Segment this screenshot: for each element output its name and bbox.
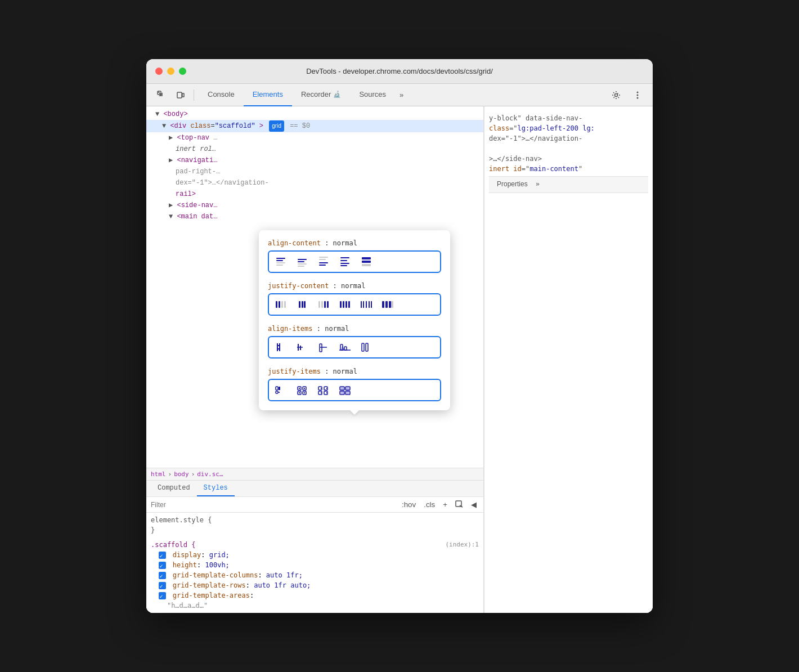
right-tab-properties[interactable]: Properties — [491, 177, 533, 192]
svg-rect-33 — [304, 301, 306, 308]
add-style-button[interactable]: + — [441, 500, 450, 509]
svg-rect-80 — [324, 387, 327, 390]
svg-rect-65 — [366, 343, 368, 351]
svg-rect-66 — [276, 387, 278, 390]
svg-rect-71 — [299, 388, 300, 389]
tab-recorder[interactable]: Recorder 🔬 — [292, 84, 350, 106]
toolbar-right — [608, 87, 646, 103]
svg-rect-85 — [326, 392, 327, 393]
justify-content-end-button[interactable] — [313, 296, 334, 313]
minimize-button[interactable] — [167, 68, 174, 75]
grid-badge[interactable]: grid — [269, 120, 284, 132]
tab-elements[interactable]: Elements — [244, 84, 292, 106]
tab-styles[interactable]: Styles — [197, 481, 235, 496]
breadcrumb-html[interactable]: html — [151, 471, 166, 478]
display-checkbox[interactable] — [159, 552, 166, 559]
dom-line-scaffold[interactable]: ▼ <div class="scaffold" > grid == $0 — [146, 120, 483, 132]
align-items-stretch-button[interactable] — [356, 339, 376, 356]
align-content-end-button[interactable] — [313, 253, 334, 270]
justify-content-space-between-button[interactable] — [335, 296, 355, 313]
align-items-end-button[interactable] — [313, 339, 334, 356]
justify-content-start-button[interactable] — [271, 296, 291, 313]
settings-button[interactable] — [608, 87, 625, 103]
align-content-stretch-button[interactable] — [356, 253, 376, 270]
justify-items-section: justify-items : normal — [268, 368, 441, 401]
svg-rect-77 — [304, 392, 305, 393]
svg-rect-11 — [298, 259, 307, 260]
right-line-4 — [489, 144, 648, 154]
justify-content-space-around-button[interactable] — [356, 296, 376, 313]
justify-content-center-button[interactable] — [292, 296, 312, 313]
breadcrumb-bar: html › body › div.sc… — [146, 468, 483, 481]
justify-content-icons — [268, 293, 441, 316]
svg-rect-87 — [340, 387, 344, 389]
svg-rect-14 — [298, 266, 304, 267]
svg-rect-49 — [389, 301, 391, 308]
align-content-space-between-button[interactable] — [335, 253, 355, 270]
svg-rect-50 — [391, 301, 393, 308]
cls-button[interactable]: .cls — [421, 500, 437, 509]
justify-items-label: justify-items : normal — [268, 368, 441, 375]
justify-items-center-button[interactable] — [292, 382, 312, 398]
dom-line-rail: rail> — [146, 189, 483, 200]
align-items-center-button[interactable] — [292, 339, 312, 356]
device-toggle-button[interactable] — [172, 87, 189, 103]
svg-rect-48 — [385, 301, 388, 308]
svg-rect-35 — [321, 301, 323, 308]
right-tabs: Properties » — [489, 176, 648, 193]
svg-rect-9 — [276, 262, 285, 263]
align-content-start-button[interactable] — [271, 253, 291, 270]
align-items-start-button[interactable] — [271, 339, 291, 356]
more-options-button[interactable] — [629, 87, 646, 103]
svg-rect-83 — [321, 392, 321, 393]
justify-content-stretch-button[interactable] — [378, 296, 398, 313]
element-style-rule: element.style { } — [146, 513, 483, 537]
maximize-button[interactable] — [179, 68, 186, 75]
justify-items-icons — [268, 379, 441, 401]
right-panel: y-block" data-side-nav- class="lg:pad-le… — [484, 106, 653, 613]
hov-button[interactable]: :hov — [400, 500, 418, 509]
tab-sources[interactable]: Sources — [350, 84, 395, 106]
justify-items-end-button[interactable] — [313, 382, 334, 398]
svg-rect-8 — [276, 260, 283, 261]
height-checkbox[interactable] — [159, 562, 166, 569]
close-button[interactable] — [155, 68, 163, 75]
svg-rect-43 — [363, 301, 364, 308]
tab-console[interactable]: Console — [199, 84, 244, 106]
svg-rect-30 — [299, 301, 300, 308]
breadcrumb-body[interactable]: body — [174, 471, 189, 478]
breadcrumb-divsc[interactable]: div.sc… — [197, 471, 223, 478]
grid-template-rows-checkbox[interactable] — [159, 582, 166, 589]
grid-template-columns-checkbox[interactable] — [159, 572, 166, 579]
svg-text:A: A — [341, 346, 344, 351]
right-line-5: >…</side-nav> — [489, 154, 648, 164]
align-items-icons: A — [268, 336, 441, 359]
svg-rect-12 — [298, 261, 304, 262]
justify-items-start-button[interactable] — [271, 382, 291, 398]
align-items-baseline-button[interactable]: A — [335, 339, 355, 356]
grid-template-areas-checkbox[interactable] — [159, 592, 166, 599]
svg-rect-78 — [318, 387, 322, 390]
align-content-center-button[interactable] — [292, 253, 312, 270]
main-content: ▼ <body> ▼ <div class="scaffold" > grid … — [146, 106, 653, 613]
right-line-2: class="lg:pad-left-200 lg: — [489, 123, 648, 133]
svg-rect-42 — [361, 301, 362, 308]
more-tabs-button[interactable]: » — [395, 91, 408, 99]
backward-button[interactable]: ◀ — [469, 500, 479, 509]
dom-line-main: ▼ <main dat… — [146, 211, 483, 222]
justify-items-stretch-button[interactable] — [335, 382, 355, 398]
svg-rect-28 — [281, 301, 283, 308]
inspect-button[interactable] — [453, 499, 465, 510]
inspect-element-button[interactable] — [153, 87, 170, 103]
filter-input[interactable] — [151, 501, 400, 509]
dom-line-topnav: ▶ <top-nav … — [146, 132, 483, 144]
svg-rect-22 — [340, 265, 347, 266]
right-more-tabs[interactable]: » — [533, 177, 542, 192]
dom-line-padright: pad-right-… — [146, 166, 483, 177]
svg-rect-7 — [276, 258, 285, 259]
align-content-icons — [268, 250, 441, 273]
svg-rect-32 — [302, 301, 303, 308]
tab-computed[interactable]: Computed — [151, 481, 197, 496]
window-title: DevTools - developer.chrome.com/docs/dev… — [306, 67, 493, 75]
toolbar-divider — [194, 89, 194, 101]
